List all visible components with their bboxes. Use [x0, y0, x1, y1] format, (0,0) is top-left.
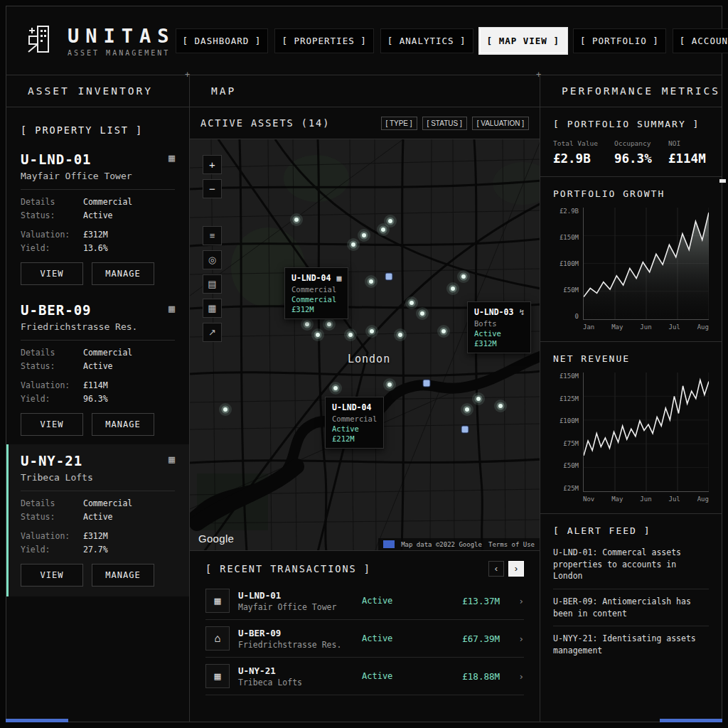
chevron-right-icon[interactable]: ›	[508, 633, 524, 644]
net-revenue-panel: NET REVENUE £150M£125M£100M£75M£50M£25M …	[540, 342, 722, 514]
manage-button[interactable]: MANAGE	[92, 564, 154, 587]
valuation-label: Valuation:	[21, 230, 83, 240]
nav-properties[interactable]: [ PROPERTIES ]	[274, 28, 373, 53]
zoom-in-button[interactable]: +	[203, 155, 222, 174]
map-canvas[interactable]: London + − ≡ ◎ ▤ ▦ ↗ U-LND-04▦ Commercia…	[190, 139, 540, 551]
transaction-name: Tribeca Lofts	[238, 678, 353, 687]
transactions-title: [ RECENT TRANSACTIONS ]	[205, 563, 371, 574]
property-name: Tribeca Lofts	[21, 472, 175, 491]
property-card[interactable]: U-LND-01 ▦ Mayfair Office Tower DetailsC…	[21, 151, 175, 285]
chevron-right-icon[interactable]: ›	[508, 671, 524, 682]
y-axis-labels: £2.9B£150M£100M£50M0	[553, 208, 583, 320]
map-tooltip[interactable]: U-LND-03↯ Bofts Active £312M	[467, 301, 531, 353]
transaction-status: Active	[362, 596, 423, 606]
map-data-credit: Map data ©2022 Google	[401, 541, 482, 548]
grid-cross-mark: +	[536, 70, 541, 80]
chevron-right-icon[interactable]: ›	[508, 596, 524, 606]
details-value: Commercial	[83, 197, 132, 207]
transaction-name: Mayfair Office Tower	[238, 602, 353, 612]
alert-item: U-BER-09: Antiomercialsh has been in con…	[553, 589, 709, 626]
nav-map-view[interactable]: [ MAP VIEW ]	[480, 28, 567, 53]
filter-valuation[interactable]: [ VALUATION ]	[472, 117, 529, 130]
status-label: Status:	[21, 361, 83, 371]
nav-portfolio[interactable]: [ PORTFOLIO ]	[573, 28, 666, 53]
main-nav: [ DASHBOARD ] [ PROPERTIES ] [ ANALYTICS…	[176, 28, 728, 53]
transaction-amount: £67.39M	[432, 633, 500, 644]
recent-transactions: [ RECENT TRANSACTIONS ] ‹ › ▦ U-LND-01 M…	[190, 551, 540, 695]
property-card-selected[interactable]: U-NY-21 ▦ Tribeca Lofts DetailsCommercia…	[6, 444, 189, 596]
nav-dashboard[interactable]: [ DASHBOARD ]	[176, 28, 269, 53]
y-axis-labels: £150M£125M£100M£75M£50M£25M	[553, 373, 583, 492]
app-frame: UNITAS ASSET MANAGEMENT [ DASHBOARD ] [ …	[6, 6, 722, 722]
map-tooltip[interactable]: U-LND-04 Commercial Active £212M	[325, 397, 384, 449]
tooltip-line1: Commercial	[332, 414, 377, 423]
filters-icon[interactable]: ≡	[203, 226, 222, 245]
transaction-row[interactable]: ⌂ U-BER-09 Friedrichstrasse Res. Active …	[205, 620, 524, 658]
transaction-row[interactable]: ▦ U-LND-01 Mayfair Office Tower Active £…	[205, 582, 524, 620]
metric-value: £114M	[668, 151, 709, 166]
manage-button[interactable]: MANAGE	[92, 413, 154, 436]
building-icon: ⌂	[205, 626, 230, 651]
zoom-out-button[interactable]: −	[203, 179, 222, 198]
tooltip-line2: Commercial	[291, 295, 341, 304]
transaction-status: Active	[362, 671, 423, 681]
map-tooltip[interactable]: U-LND-04▦ Commercial Commercial £312M	[284, 267, 348, 319]
view-button[interactable]: VIEW	[21, 564, 83, 587]
valuation-value: £312M	[83, 531, 108, 541]
yield-value: 96.3%	[83, 394, 108, 404]
property-card[interactable]: U-BER-09 ▦ Friedrichstrasse Res. Details…	[21, 302, 175, 436]
x-axis-labels: JanMayJunJulAug	[583, 323, 709, 331]
portfolio-growth-panel: PORTFOLIO GROWTH £2.9B£150M£100M£50M0	[540, 177, 722, 342]
tooltip-line1: Commercial	[291, 285, 341, 294]
left-section-header: ASSET INVENTORY	[6, 75, 189, 107]
details-value: Commercial	[83, 348, 132, 358]
valuation-label: Valuation:	[21, 380, 83, 390]
yield-label: Yield:	[21, 243, 83, 253]
nav-analytics[interactable]: [ ANALYTICS ]	[380, 28, 473, 53]
alert-item: U-LND-01: Commercal assets properties to…	[553, 540, 709, 589]
valuation-label: Valuation:	[21, 531, 83, 541]
view-button[interactable]: VIEW	[21, 413, 83, 436]
details-label: Details	[21, 348, 83, 358]
valuation-value: £312M	[83, 230, 108, 240]
map-controls: + − ≡ ◎ ▤ ▦ ↗	[203, 155, 222, 342]
nav-account[interactable]: [ ACCOUNT ]	[673, 28, 728, 53]
right-section-header: PERFORMANCE METRICS	[540, 75, 722, 107]
prev-page-button[interactable]: ‹	[488, 561, 504, 577]
grid-cross-mark: +	[185, 70, 190, 80]
layers-icon[interactable]: ▦	[203, 299, 222, 318]
valuation-value: £114M	[83, 380, 108, 390]
chart-title: PORTFOLIO GROWTH	[553, 188, 709, 199]
manage-button[interactable]: MANAGE	[92, 262, 154, 285]
locate-icon[interactable]: ◎	[203, 250, 222, 269]
city-label: London	[348, 353, 390, 365]
metric-label: Total Value	[553, 139, 614, 147]
building-icon: ▦	[205, 664, 230, 688]
building-icon: ▦	[168, 453, 175, 466]
building-icon: ▦	[205, 589, 230, 613]
transaction-amount: £18.88M	[432, 671, 500, 682]
filter-status[interactable]: [ STATUS ]	[422, 117, 467, 130]
property-name: Friedrichstrasse Res.	[21, 321, 175, 341]
basemap-icon[interactable]: ▤	[203, 274, 222, 294]
brand: UNITAS ASSET MANAGEMENT	[25, 23, 176, 58]
corner-accent-bar	[660, 719, 722, 722]
property-id: U-BER-09	[21, 302, 92, 318]
pan-icon[interactable]: ↗	[203, 323, 222, 342]
transaction-id: U-LND-01	[238, 590, 353, 601]
terms-link[interactable]: Terms of Use	[488, 541, 535, 548]
metric-label: NOI	[668, 139, 709, 147]
chart-title: NET REVENUE	[553, 353, 709, 364]
map-column: ACTIVE ASSETS (14) [ TYPE ] [ STATUS ] […	[189, 107, 540, 722]
filter-type[interactable]: [ TYPE ]	[381, 117, 417, 130]
x-axis-labels: NovMayJunJulAug	[583, 496, 709, 503]
next-page-button[interactable]: ›	[508, 561, 524, 577]
yield-value: 27.7%	[83, 545, 108, 555]
transaction-row[interactable]: ▦ U-NY-21 Tribeca Lofts Active £18.88M ›	[205, 658, 524, 695]
transaction-status: Active	[362, 633, 423, 643]
transaction-name: Friedrichstrasse Res.	[238, 640, 353, 650]
performance-column: [ PORTFOLIO SUMMARY ] Total Value £2.9B …	[540, 107, 722, 722]
status-value: Active	[83, 361, 113, 371]
view-button[interactable]: VIEW	[21, 262, 83, 285]
tooltip-bolt-icon: ↯	[519, 307, 524, 317]
